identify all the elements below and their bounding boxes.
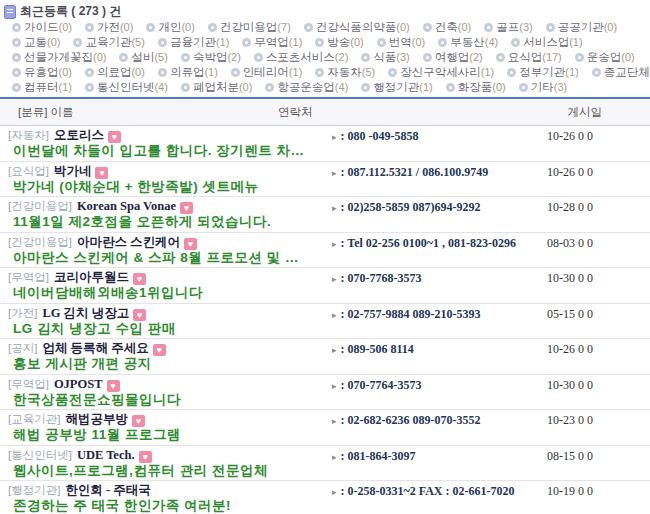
category-link[interactable]: 숙박업(2) <box>181 51 241 63</box>
category-link[interactable]: 금융기관(1) <box>158 36 229 48</box>
row-name-link[interactable]: 오토리스 <box>54 128 104 142</box>
row-name-link[interactable]: 해법공부방 <box>65 412 128 426</box>
row-description-link[interactable]: 박가네 (야채순대 + 한방족발) 셋트메뉴 <box>13 179 258 194</box>
category-link[interactable]: 건강미용업(7) <box>208 21 291 33</box>
category-row: 유흥업(0)의료업(0)의류업(1)인테리어(1)자동차(5)장신구악세사리(1… <box>4 65 644 80</box>
category-link[interactable]: 행정기관(1) <box>361 81 432 93</box>
category-link[interactable]: 건축(0) <box>423 21 471 33</box>
row-name-link[interactable]: 아마란스 스킨케어 <box>77 235 180 249</box>
category-link[interactable]: 인테리어(1) <box>231 66 302 78</box>
row-name-link[interactable]: LG 김치 냉장고 <box>42 306 129 320</box>
category-bullet-icon <box>361 83 370 92</box>
category-bullet-icon <box>511 38 520 47</box>
row-description-link[interactable]: LG 김치 냉장고 수입 판매 <box>13 321 176 336</box>
row-category: [건강미용업] <box>8 200 72 212</box>
category-label: 스포츠서비스 <box>266 51 335 63</box>
row-description-line: 웹사이트,프로그램,컴퓨터 관리 전문업체 <box>13 463 650 480</box>
row-name-link[interactable]: UDE Tech. <box>77 448 135 462</box>
category-link[interactable]: 항공운송업(4) <box>265 81 348 93</box>
table-row: [통신인터넷]UDE Tech.♥▸: 081-864-309708-15 0 … <box>0 446 650 482</box>
category-link[interactable]: 자동차(5) <box>315 66 375 78</box>
category-bullet-icon <box>315 68 324 77</box>
category-count: (0) <box>492 81 505 93</box>
category-label: 방송 <box>327 36 350 48</box>
category-link[interactable]: 스포츠서비스(2) <box>254 51 348 63</box>
row-contact: ▸: 02)258-5859 087)694-9292 <box>332 200 481 215</box>
row-description-link[interactable]: 이번달에 차들이 입고를 합니다. 장기렌트 차… <box>13 143 305 158</box>
row-description-link[interactable]: 네이버담배해외배송1위입니다 <box>13 285 203 300</box>
category-count: (7) <box>277 21 290 33</box>
category-link[interactable]: 가전(0) <box>85 21 133 33</box>
category-count: (0) <box>621 51 634 63</box>
category-link[interactable]: 장신구악세사리(1) <box>388 66 494 78</box>
category-link[interactable]: 가이드(0) <box>12 21 72 33</box>
category-link[interactable]: 통신인터넷(4) <box>85 81 168 93</box>
category-link[interactable]: 선물가게꽃집(0) <box>12 51 106 63</box>
category-label: 폐업처분 <box>193 81 239 93</box>
category-count: (3) <box>396 51 409 63</box>
category-bullet-icon <box>496 53 505 62</box>
category-bullet-icon <box>181 53 190 62</box>
row-name-link[interactable]: OJPOST <box>54 377 103 391</box>
category-link[interactable]: 건강식품의약품(0) <box>304 21 410 33</box>
category-link[interactable]: 무역업(1) <box>242 36 302 48</box>
category-link[interactable]: 방송(0) <box>315 36 363 48</box>
category-label: 무역업 <box>254 36 289 48</box>
heart-icon: ♥ <box>180 202 193 214</box>
row-description-link[interactable]: 한국상품전문쇼핑몰입니다 <box>13 392 181 407</box>
category-link[interactable]: 의료업(0) <box>85 66 145 78</box>
row-description-line: 존경하는 주 태국 한인가족 여러분! <box>13 498 650 514</box>
column-header-date: 게시일 <box>568 105 603 120</box>
row-contact: ▸: 0-258-0331~2 FAX : 02-661-7020 <box>332 484 515 499</box>
category-link[interactable]: 서비스업(1) <box>511 36 582 48</box>
row-description-line: 한국상품전문쇼핑몰입니다 <box>13 392 650 409</box>
row-description-link[interactable]: 존경하는 주 태국 한인가족 여러분! <box>13 498 231 513</box>
category-count: (1) <box>204 66 217 78</box>
category-link[interactable]: 폐업처분(0) <box>181 81 252 93</box>
category-bullet-icon <box>231 68 240 77</box>
row-description-link[interactable]: 웹사이트,프로그램,컴퓨터 관리 전문업체 <box>13 463 268 478</box>
category-link[interactable]: 유흥업(0) <box>12 66 72 78</box>
recent-registrations-panel: 최근등록 ( 273 ) 건 가이드(0)가전(0)개인(0)건강미용업(7)건… <box>0 0 650 99</box>
category-link[interactable]: 여행업(2) <box>423 51 483 63</box>
row-name-link[interactable]: 박가네 <box>54 164 92 178</box>
category-label: 건강미용업 <box>220 21 278 33</box>
category-link[interactable]: 식품(3) <box>361 51 409 63</box>
row-name-link[interactable]: 한인회 - 주태국 <box>65 483 150 497</box>
category-link[interactable]: 교통(0) <box>12 36 60 48</box>
category-label: 금융기관 <box>170 36 216 48</box>
category-link[interactable]: 교육기관(5) <box>73 36 144 48</box>
row-description-line: 이번달에 차들이 입고를 합니다. 장기렌트 차… <box>13 143 650 160</box>
category-link[interactable]: 정부기관(1) <box>507 66 578 78</box>
row-description-link[interactable]: 홍보 게시판 개편 공지 <box>13 356 152 371</box>
category-link[interactable]: 컴퓨터(1) <box>12 81 72 93</box>
category-link[interactable]: 요식업(17) <box>496 51 562 63</box>
row-description-link[interactable]: 아마란스 스킨케어 & 스파 8월 프로모션 및 … <box>13 250 299 265</box>
category-label: 정부기관 <box>519 66 565 78</box>
category-link[interactable]: 기타(3) <box>519 81 567 93</box>
category-link[interactable]: 화장품(0) <box>446 81 506 93</box>
category-link[interactable]: 종교단체(4) <box>592 66 650 78</box>
row-name-link[interactable]: 업체 등록해 주세요 <box>42 341 148 355</box>
row-name-link[interactable]: Korean Spa Vonae <box>77 199 176 213</box>
arrow-icon: ▸ <box>332 487 337 497</box>
category-bullet-icon <box>12 23 21 32</box>
category-label: 부동산 <box>450 36 485 48</box>
category-bullet-icon <box>546 23 555 32</box>
row-name-link[interactable]: 코리아투월드 <box>54 270 129 284</box>
row-description-link[interactable]: 해법 공부방 11월 프로그램 <box>13 427 181 442</box>
category-label: 번역 <box>389 36 412 48</box>
category-link[interactable]: 공공기관(0) <box>546 21 617 33</box>
category-link[interactable]: 부동산(4) <box>438 36 498 48</box>
category-link[interactable]: 운송업(0) <box>575 51 635 63</box>
category-link[interactable]: 번역(0) <box>377 36 425 48</box>
category-link[interactable]: 의류업(1) <box>158 66 218 78</box>
category-link[interactable]: 개인(0) <box>146 21 194 33</box>
row-description-link[interactable]: 11월1일 제2호점을 오픈하게 되었습니다. <box>13 214 271 229</box>
category-label: 화장품 <box>458 81 493 93</box>
category-link[interactable]: 설비(5) <box>119 51 167 63</box>
category-count: (0) <box>47 36 60 48</box>
category-count: (0) <box>181 21 194 33</box>
category-bullet-icon <box>304 23 313 32</box>
category-link[interactable]: 골프(3) <box>484 21 532 33</box>
